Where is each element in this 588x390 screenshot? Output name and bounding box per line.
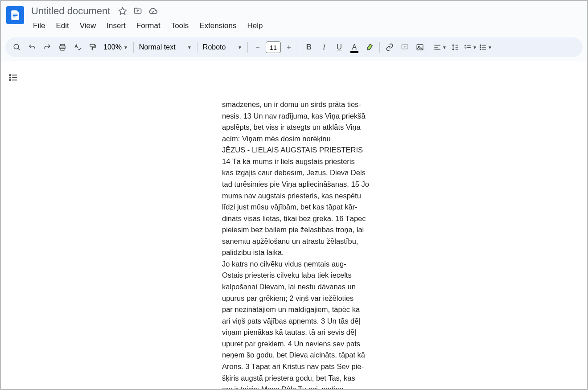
toolbar-separator — [379, 42, 380, 53]
underline-button[interactable]: U — [332, 40, 346, 54]
insert-link-icon[interactable] — [382, 40, 397, 54]
menu-view[interactable]: View — [75, 19, 101, 33]
menu-insert[interactable]: Insert — [102, 19, 130, 33]
menu-extensions[interactable]: Extensions — [195, 19, 241, 33]
svg-rect-1 — [13, 15, 18, 16]
chevron-down-icon: ▼ — [238, 45, 242, 50]
menu-edit[interactable]: Edit — [51, 19, 73, 33]
print-icon[interactable] — [55, 40, 70, 54]
svg-rect-2 — [13, 16, 16, 17]
svg-point-36 — [9, 79, 11, 81]
svg-point-32 — [9, 74, 11, 76]
title-column: Untitled document File Edit View Insert … — [29, 4, 267, 33]
show-outline-icon[interactable] — [6, 70, 21, 85]
spellcheck-icon[interactable] — [70, 40, 85, 54]
zoom-value: 100% — [103, 43, 122, 51]
svg-rect-9 — [90, 44, 95, 46]
bulleted-list-dropdown[interactable]: ▼ — [478, 40, 493, 54]
text-color-indicator — [350, 51, 358, 53]
paint-format-icon[interactable] — [86, 40, 100, 54]
text-color-button[interactable]: A — [347, 40, 362, 54]
toolbar-separator — [247, 42, 248, 53]
toolbar-separator — [197, 42, 197, 53]
chevron-down-icon: ▼ — [488, 45, 492, 50]
toolbar-separator — [133, 42, 134, 53]
document-title[interactable]: Untitled document — [29, 4, 113, 18]
chevron-down-icon: ▼ — [442, 45, 447, 50]
svg-point-30 — [480, 49, 481, 49]
font-dropdown[interactable]: Roboto ▼ — [200, 43, 245, 51]
toolbar: 100% ▼ Normal text ▼ Roboto ▼ B I U A — [5, 37, 583, 57]
menu-file[interactable]: File — [29, 19, 49, 33]
chevron-down-icon: ▼ — [187, 45, 192, 50]
titlebar: Untitled document File Edit View Insert … — [1, 1, 587, 33]
line-spacing-icon[interactable] — [448, 40, 462, 54]
align-dropdown[interactable]: ▼ — [433, 40, 447, 54]
highlight-color-button[interactable] — [362, 40, 377, 54]
svg-marker-3 — [119, 8, 127, 15]
decrease-font-size-button[interactable] — [251, 40, 265, 54]
content-area: smadzenes, un ir domu un sirds prāta tie… — [1, 62, 587, 389]
menubar: File Edit View Insert Format Tools Exten… — [29, 19, 267, 33]
svg-line-5 — [18, 48, 20, 50]
increase-font-size-button[interactable] — [282, 40, 296, 54]
undo-icon[interactable] — [25, 40, 39, 54]
document-text[interactable]: smadzenes, un ir domu un sirds prāta tie… — [222, 99, 382, 389]
font-size-input[interactable] — [266, 41, 281, 53]
document-page[interactable]: smadzenes, un ir domu un sirds prāta tie… — [26, 62, 587, 389]
document-body[interactable]: smadzenes, un ir domu un sirds prāta tie… — [222, 62, 382, 389]
title-row: Untitled document — [29, 4, 267, 18]
font-value: Roboto — [203, 43, 226, 51]
toolbar-separator — [430, 42, 430, 53]
zoom-dropdown[interactable]: 100% ▼ — [101, 43, 131, 51]
add-comment-icon[interactable] — [398, 40, 412, 54]
search-icon[interactable] — [10, 40, 24, 54]
chevron-down-icon: ▼ — [473, 45, 477, 50]
chevron-down-icon: ▼ — [123, 45, 128, 50]
svg-point-4 — [14, 44, 19, 49]
paragraph-style-dropdown[interactable]: Normal text ▼ — [136, 43, 194, 51]
svg-point-28 — [480, 47, 481, 48]
svg-point-26 — [480, 45, 481, 45]
move-icon[interactable] — [132, 6, 143, 16]
redo-icon[interactable] — [40, 40, 54, 54]
checklist-dropdown[interactable]: ▼ — [463, 40, 477, 54]
left-sidebar — [1, 62, 26, 389]
cloud-status-icon[interactable] — [148, 6, 158, 16]
svg-rect-0 — [13, 14, 18, 15]
menu-format[interactable]: Format — [132, 19, 165, 33]
italic-button[interactable]: I — [317, 40, 331, 54]
app-window: Untitled document File Edit View Insert … — [0, 0, 588, 390]
svg-point-34 — [9, 77, 11, 78]
style-value: Normal text — [139, 43, 176, 51]
menu-tools[interactable]: Tools — [167, 19, 193, 33]
docs-logo-icon[interactable] — [6, 6, 24, 24]
bold-button[interactable]: B — [302, 40, 316, 54]
toolbar-separator — [299, 42, 299, 53]
menu-help[interactable]: Help — [243, 19, 267, 33]
star-icon[interactable] — [117, 6, 128, 16]
insert-image-icon[interactable] — [413, 40, 427, 54]
